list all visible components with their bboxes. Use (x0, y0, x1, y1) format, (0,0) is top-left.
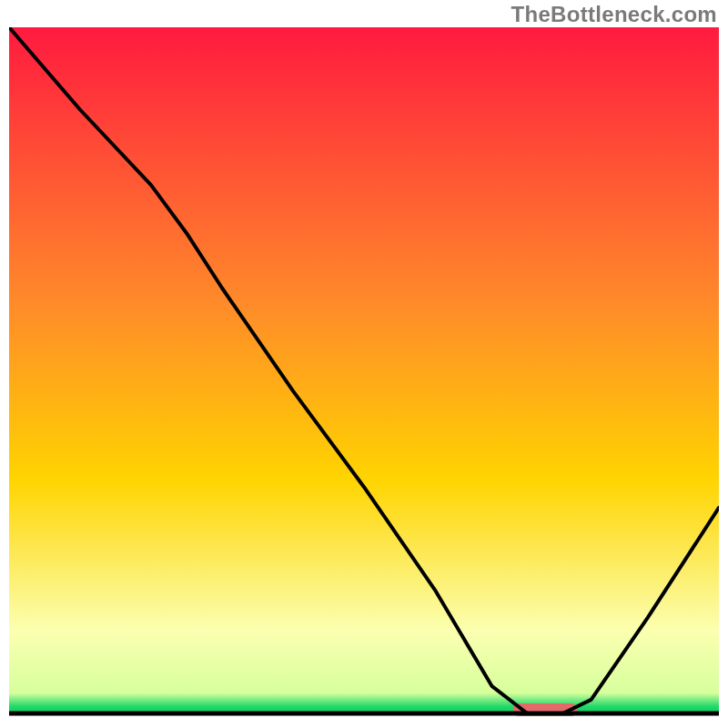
gradient-background (9, 27, 719, 713)
watermark-label: TheBottleneck.com (511, 2, 717, 27)
chart-svg (9, 27, 719, 719)
bottleneck-chart (9, 27, 719, 719)
